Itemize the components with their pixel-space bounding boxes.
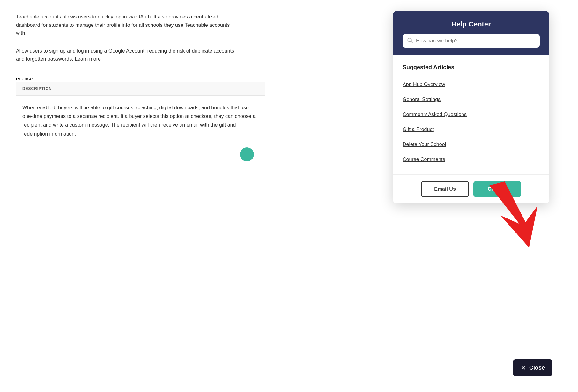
- description-block: When enabled, buyers will be able to gif…: [16, 96, 265, 146]
- toggle-circle[interactable]: [240, 147, 254, 161]
- article-list: App Hub Overview General Settings Common…: [403, 77, 540, 167]
- learn-more-link[interactable]: Learn more: [75, 56, 101, 62]
- description-section-label: DESCRIPTION: [16, 82, 265, 96]
- article-link-gift[interactable]: Gift a Product: [403, 127, 434, 132]
- search-box[interactable]: [403, 34, 540, 48]
- google-account-text: Allow users to sign up and log in using …: [16, 47, 239, 63]
- close-button[interactable]: ✕ Close: [513, 359, 552, 376]
- list-item: Course Comments: [403, 152, 540, 167]
- description-text: When enabled, buyers will be able to gif…: [22, 103, 258, 138]
- chat-us-button[interactable]: Chat Us: [473, 181, 521, 197]
- close-icon: ✕: [521, 364, 526, 372]
- teachable-oauth-text: Teachable accounts allows users to quick…: [16, 13, 239, 37]
- search-input[interactable]: [416, 38, 535, 44]
- help-panel-header: Help Center: [393, 11, 549, 55]
- help-center-panel: Help Center Suggested Articles App Hub O…: [393, 11, 549, 203]
- suggested-articles-title: Suggested Articles: [403, 64, 540, 71]
- list-item: App Hub Overview: [403, 77, 540, 92]
- help-panel-title: Help Center: [403, 20, 540, 28]
- help-panel-footer: Email Us Chat Us: [393, 174, 549, 203]
- article-link-faq[interactable]: Commonly Asked Questions: [403, 112, 467, 117]
- list-item: Commonly Asked Questions: [403, 107, 540, 122]
- email-us-button[interactable]: Email Us: [421, 181, 469, 197]
- google-account-block: Allow users to sign up and log in using …: [16, 47, 239, 63]
- search-icon: [407, 37, 413, 44]
- teachable-description-block: Teachable accounts allows users to quick…: [16, 13, 239, 37]
- svg-line-1: [411, 41, 413, 43]
- article-link-general-settings[interactable]: General Settings: [403, 97, 441, 102]
- article-link-app-hub[interactable]: App Hub Overview: [403, 82, 445, 87]
- list-item: Gift a Product: [403, 122, 540, 137]
- help-panel-body: Suggested Articles App Hub Overview Gene…: [393, 55, 549, 174]
- list-item: General Settings: [403, 92, 540, 107]
- article-link-delete-school[interactable]: Delete Your School: [403, 142, 446, 147]
- list-item: Delete Your School: [403, 137, 540, 152]
- close-label: Close: [529, 365, 545, 371]
- article-link-course-comments[interactable]: Course Comments: [403, 157, 445, 162]
